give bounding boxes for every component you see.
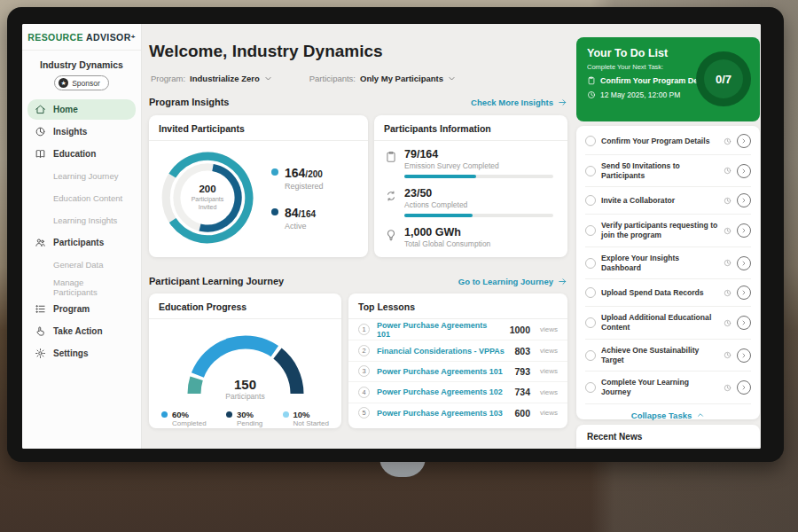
- lesson-title[interactable]: Power Purchase Agreements 102: [377, 387, 507, 396]
- lesson-rank: 3: [358, 365, 370, 377]
- filters-row: Program: Industrialize Zero Participants…: [151, 74, 456, 83]
- participants-filter[interactable]: Participants: Only My Participants: [309, 74, 456, 83]
- chevron-right-icon: [740, 319, 747, 326]
- recent-news-title: Recent News: [576, 425, 760, 448]
- sidebar-item-learning-insights[interactable]: Learning Insights: [27, 210, 136, 231]
- sidebar-item-settings[interactable]: Settings: [27, 343, 136, 364]
- sponsor-badge-label: Sponsor: [72, 79, 100, 88]
- todo-task-row[interactable]: Achieve One Sustainability Target: [585, 340, 751, 372]
- sidebar-item-education[interactable]: Education: [27, 144, 136, 164]
- stat-value: 79/164: [404, 148, 553, 160]
- sidebar-item-program[interactable]: Program: [27, 299, 136, 319]
- task-open-button[interactable]: [737, 380, 751, 395]
- lesson-row[interactable]: 3 Power Purchase Agreements 101 793 view…: [348, 361, 567, 381]
- task-checkbox[interactable]: [585, 136, 596, 146]
- legend-pct: 10%: [293, 410, 329, 419]
- task-checkbox[interactable]: [585, 350, 596, 361]
- todo-task-row[interactable]: Verify participants requesting to join t…: [585, 215, 751, 246]
- task-checkbox[interactable]: [585, 287, 596, 298]
- check-more-insights-link[interactable]: Check More Insights: [471, 98, 567, 107]
- task-label: Invite a Collaborator: [601, 196, 718, 206]
- collapse-label: Collapse Tasks: [631, 411, 692, 420]
- logo-part1: RESOURCE: [27, 32, 83, 43]
- invited-participants-body: 200 Participants Invited 164/200 Registe…: [149, 141, 368, 254]
- task-open-button[interactable]: [737, 286, 751, 300]
- sidebar-item-general-data[interactable]: General Data: [27, 254, 136, 275]
- lesson-title[interactable]: Power Purchase Agreements 103: [377, 409, 507, 418]
- legend-label: Active: [285, 222, 316, 231]
- sidebar-item-label: Take Action: [53, 326, 103, 336]
- clock-icon: [724, 289, 732, 297]
- task-open-button[interactable]: [737, 164, 751, 178]
- collapse-tasks-link[interactable]: Collapse Tasks: [585, 404, 751, 420]
- legend-item-completed: 60%Completed: [161, 410, 207, 427]
- go-to-learning-journey-link[interactable]: Go to Learning Journey: [458, 277, 567, 286]
- sidebar-item-education-content[interactable]: Education Content: [27, 188, 136, 208]
- chevron-right-icon: [740, 197, 747, 204]
- invited-participants-card: Invited Participants 200 Partic: [149, 115, 368, 257]
- lesson-row[interactable]: 5 Power Purchase Agreements 103 600 view…: [348, 403, 567, 423]
- lesson-row[interactable]: 4 Power Purchase Agreements 102 734 view…: [348, 381, 567, 402]
- org-name: Industry Dynamics: [22, 59, 141, 70]
- sidebar-item-manage-participants[interactable]: Manage Participants: [27, 277, 136, 297]
- lesson-row[interactable]: 2 Financial Considerations - VPPAs 803 v…: [348, 340, 567, 360]
- task-checkbox[interactable]: [585, 225, 596, 236]
- card-title: Invited Participants: [149, 115, 368, 141]
- task-open-button[interactable]: [737, 134, 751, 148]
- clock-icon: [724, 319, 732, 327]
- legend-total: /164: [299, 209, 316, 219]
- app-logo[interactable]: RESOURCE ADVISOR+: [22, 24, 141, 51]
- program-filter[interactable]: Program: Industrialize Zero: [151, 74, 272, 83]
- todo-task-row[interactable]: Upload Additional Educational Content: [585, 307, 751, 339]
- lesson-title[interactable]: Power Purchase Agreements 101: [377, 367, 507, 376]
- dashboard-screen: RESOURCE ADVISOR+ Industry Dynamics ★ Sp…: [22, 24, 761, 449]
- todo-task-list-card: Confirm Your Program DetailsSend 50 Invi…: [576, 126, 760, 419]
- todo-counter: 0/7: [716, 73, 732, 86]
- task-label: Confirm Your Program Details: [601, 137, 718, 146]
- sidebar-item-insights[interactable]: Insights: [27, 121, 136, 142]
- clock-icon: [724, 384, 732, 392]
- task-open-button[interactable]: [737, 223, 751, 238]
- top-lessons-card: Top Lessons 1 Power Purchase Agreements …: [348, 293, 567, 428]
- lesson-views: 600: [514, 408, 530, 419]
- task-open-button[interactable]: [737, 316, 751, 330]
- lesson-views-suffix: views: [540, 367, 558, 375]
- gauge-center: 150 Participants: [179, 377, 312, 401]
- legend-dot: [283, 411, 289, 418]
- education-gauge-chart: 150 Participants: [179, 328, 312, 401]
- sidebar-item-participants[interactable]: Participants: [27, 232, 136, 253]
- program-insights-header: Program Insights Check More Insights: [149, 97, 567, 107]
- lesson-title[interactable]: Power Purchase Agreements 101: [377, 321, 503, 339]
- lesson-row[interactable]: 1 Power Purchase Agreements 101 1000 vie…: [348, 319, 567, 340]
- clock-icon: [724, 227, 732, 235]
- todo-task-row[interactable]: Explore Your Insights Dashboard: [585, 247, 751, 279]
- task-checkbox[interactable]: [585, 258, 596, 269]
- sidebar-item-take-action[interactable]: Take Action: [27, 321, 136, 341]
- home-icon: [35, 104, 46, 115]
- stat-actions-completed: 23/50 Actions Completed: [385, 187, 557, 217]
- todo-task-row[interactable]: Upload Spend Data Records: [585, 279, 751, 307]
- task-checkbox[interactable]: [585, 195, 596, 206]
- lesson-title[interactable]: Financial Considerations - VPPAs: [377, 347, 507, 356]
- lesson-views: 793: [514, 366, 530, 377]
- todo-task-row[interactable]: Invite a Collaborator: [585, 187, 751, 215]
- task-label: Upload Spend Data Records: [601, 288, 718, 298]
- lessons-list: 1 Power Purchase Agreements 101 1000 vie…: [348, 319, 567, 423]
- legend-label: Completed: [172, 419, 207, 427]
- todo-task-row[interactable]: Complete Your Learning Journey: [585, 372, 751, 403]
- todo-task-row[interactable]: Confirm Your Program Details: [585, 128, 751, 155]
- sidebar-item-label: Education: [53, 149, 96, 159]
- stat-progress-fill: [404, 214, 473, 217]
- task-checkbox[interactable]: [585, 317, 596, 328]
- task-open-button[interactable]: [737, 193, 751, 207]
- sidebar-item-learning-journey[interactable]: Learning Journey: [27, 166, 136, 186]
- sidebar-item-home[interactable]: Home: [27, 99, 136, 120]
- legend-value: 164: [285, 166, 305, 180]
- task-checkbox[interactable]: [585, 382, 596, 393]
- recent-news-card: Recent News: [576, 425, 760, 449]
- task-checkbox[interactable]: [585, 166, 596, 176]
- task-open-button[interactable]: [737, 256, 751, 270]
- todo-task-row[interactable]: Send 50 Invitations to Participants: [585, 155, 751, 187]
- chevron-right-icon: [740, 384, 747, 391]
- task-open-button[interactable]: [737, 348, 751, 363]
